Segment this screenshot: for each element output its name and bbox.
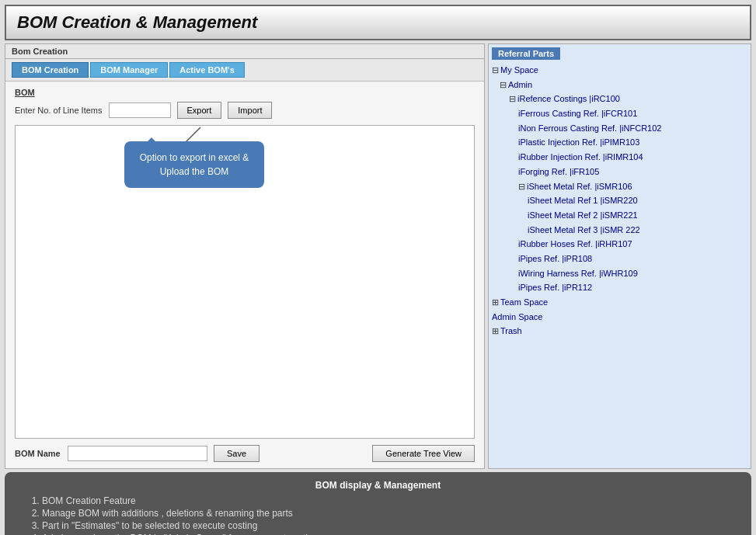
page-title: BOM Creation & Management [5,5,751,40]
tree-label[interactable]: My Space [500,63,538,78]
tree-label[interactable]: iFerrous Casting Ref. |iFCR101 [518,106,637,121]
tree-toggle[interactable]: ⊟ [492,63,499,78]
bom-name-row: BOM Name Save Generate Tree View [15,445,475,462]
tree-label[interactable]: iSheet Metal Ref 2 |iSMR221 [528,208,638,223]
tree-node[interactable]: iSheet Metal Ref 2 |iSMR221 [492,208,747,223]
tree-node[interactable]: iWiring Harness Ref. |iWHR109 [492,266,747,281]
right-panel: Referral Parts ⊟ My Space⊟ Admin⊟ iRefen… [488,43,751,469]
tree-node[interactable]: ⊞ Team Space [492,295,747,310]
tree-node[interactable]: iNon Ferrous Casting Ref. |iNFCR102 [492,121,747,136]
bom-name-input[interactable] [68,446,207,461]
tree-node[interactable]: ⊞ Trash [492,324,747,339]
tree-node[interactable]: iPipes Ref. |iPR112 [492,280,747,295]
tree-label[interactable]: iWiring Harness Ref. |iWHR109 [518,266,638,281]
line-items-input[interactable] [109,102,171,118]
tree-node[interactable]: iForging Ref. |iFR105 [492,165,747,179]
tree-label[interactable]: iNon Ferrous Casting Ref. |iNFCR102 [518,121,661,136]
export-button[interactable]: Export [177,102,222,119]
bom-canvas: Option to export in excel & Upload the B… [15,125,475,439]
tree-label[interactable]: iRubber Hoses Ref. |iRHR107 [518,237,632,252]
bom-section: BOM Enter No. of Line Items Export Impor… [5,82,484,468]
bottom-list-item: Manage BOM with additions , deletions & … [42,508,733,519]
tab-active-boms[interactable]: Active BOM's [169,62,244,78]
tree-label[interactable]: iSheet Metal Ref 3 |iSMR 222 [528,223,640,238]
export-tooltip: Option to export in excel & Upload the B… [124,141,264,188]
tree-node[interactable]: iSheet Metal Ref 1 |iSMR220 [492,193,747,208]
tree-node[interactable]: iRubber Hoses Ref. |iRHR107 [492,237,747,252]
left-panel: Bom Creation BOM Creation BOM Manager Ac… [5,43,485,469]
line-items-label: Enter No. of Line Items [15,106,103,115]
tree-label[interactable]: Trash [500,324,522,339]
tree-label[interactable]: iPlastic Injection Ref. |iPIMR103 [518,135,639,150]
tree-node[interactable]: ⊟ My Space [492,63,747,78]
bom-name-label: BOM Name [15,449,61,458]
bottom-panel: BOM display & Management BOM Creation Fe… [5,472,751,535]
tree-toggle[interactable]: ⊞ [492,324,499,339]
panel-title: Bom Creation [5,44,484,59]
tree-node[interactable]: iRubber Injection Ref. |iRIMR104 [492,150,747,165]
main-layout: Bom Creation BOM Creation BOM Manager Ac… [5,43,751,469]
tree-label[interactable]: iForging Ref. |iFR105 [518,165,599,179]
save-button[interactable]: Save [214,445,260,462]
bom-section-label: BOM [15,88,475,97]
tab-bom-manager[interactable]: BOM Manager [90,62,168,78]
tree-node[interactable]: iFerrous Casting Ref. |iFCR101 [492,106,747,121]
line-items-row: Enter No. of Line Items Export Import [15,102,475,119]
tree-label[interactable]: Team Space [500,295,548,310]
bottom-heading: BOM display & Management [23,480,733,491]
tree-label[interactable]: iPipes Ref. |iPR112 [518,280,592,295]
tree-toggle[interactable]: ⊟ [509,92,516,106]
bottom-list: BOM Creation FeatureManage BOM with addi… [23,495,733,535]
tab-bom-creation[interactable]: BOM Creation [12,62,89,78]
tree-label[interactable]: iPipes Ref. |iPR108 [518,252,592,266]
bottom-list-item: BOM Creation Feature [42,495,733,506]
tree-label[interactable]: iSheet Metal Ref. |iSMR106 [527,179,632,194]
generate-tree-button[interactable]: Generate Tree View [372,445,475,462]
tree-toggle[interactable]: ⊟ [518,179,525,194]
tree-node[interactable]: ⊟ iRefence Costings |iRC100 [492,92,747,106]
tree-node[interactable]: iSheet Metal Ref 3 |iSMR 222 [492,223,747,238]
tree-label[interactable]: Admin Space [492,310,542,325]
bottom-list-item: Part in "Estimates" to be selected to ex… [42,520,733,531]
tree-node[interactable]: ⊟ iSheet Metal Ref. |iSMR106 [492,179,747,194]
tree-node[interactable]: ⊟ Admin [492,78,747,92]
tab-bar: BOM Creation BOM Manager Active BOM's [5,59,484,82]
tree-label[interactable]: iRubber Injection Ref. |iRIMR104 [518,150,643,165]
tree-view: ⊟ My Space⊟ Admin⊟ iRefence Costings |iR… [492,63,747,339]
import-button[interactable]: Import [228,102,272,119]
referral-parts-header: Referral Parts [492,47,560,60]
tree-toggle[interactable]: ⊞ [492,295,499,310]
tree-label[interactable]: iRefence Costings |iRC100 [517,92,620,106]
tree-node[interactable]: iPlastic Injection Ref. |iPIMR103 [492,135,747,150]
tree-label[interactable]: iSheet Metal Ref 1 |iSMR220 [528,193,638,208]
tree-toggle[interactable]: ⊟ [500,78,507,92]
tree-node[interactable]: Admin Space [492,310,747,325]
tree-node[interactable]: iPipes Ref. |iPR108 [492,252,747,266]
tree-label[interactable]: Admin [508,78,532,92]
